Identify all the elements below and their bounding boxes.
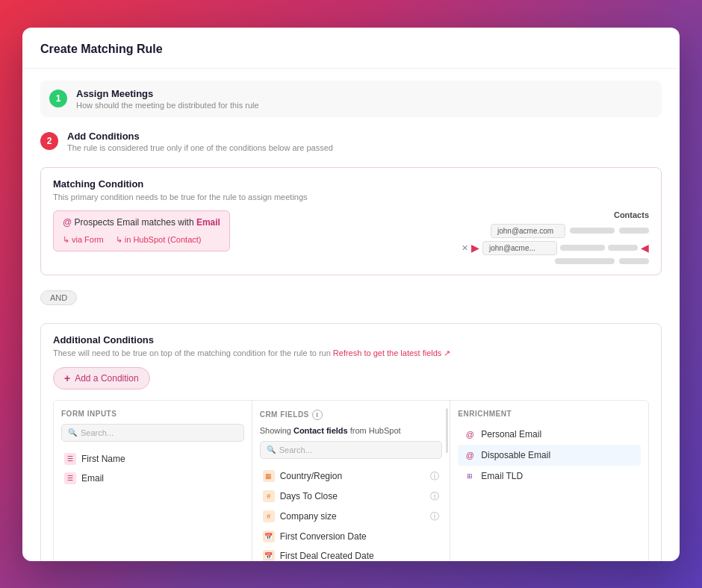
form-inputs-column: FORM INPUTS 🔍 Search... ☰ First Name ☰ E… [54, 401, 252, 561]
contact-line-6 [619, 258, 649, 264]
crm-info-icon[interactable]: i [312, 410, 323, 420]
crm-header-text: CRM FIELDS [260, 410, 309, 419]
form-inputs-header-text: FORM INPUTS [61, 410, 117, 418]
field-company-size[interactable]: # Company size ⓘ [260, 507, 443, 527]
step-2-container: 2 Add Conditions The rule is considered … [40, 123, 662, 160]
days-close-icon: # [263, 490, 275, 502]
first-name-label: First Name [81, 454, 125, 464]
days-close-label: Days To Close [280, 491, 338, 501]
collapse-contact-btn[interactable]: ◀ [641, 242, 649, 254]
showing-bold: Contact fields [293, 426, 348, 435]
step-2-content: Add Conditions The rule is considered tr… [67, 131, 333, 152]
contacts-header: Contacts [462, 210, 649, 219]
field-item-email[interactable]: ☰ Email [61, 469, 244, 488]
expand-contact-btn[interactable]: ▶ [471, 242, 479, 254]
enrichment-header-text: ENRICHMENT [458, 410, 512, 418]
company-size-info-btn[interactable]: ⓘ [430, 510, 439, 523]
condition-prospects-email: Prospects Email [75, 217, 140, 228]
condition-email: Email [196, 217, 220, 228]
add-condition-button[interactable]: Add a Condition [53, 367, 150, 390]
form-search-icon: 🔍 [68, 428, 77, 437]
contact-row-1: john@acme.com [462, 224, 649, 238]
condition-pill: @ Prospects Email matches with Email via… [53, 210, 230, 251]
disposable-email-label: Disposable Email [481, 450, 550, 460]
crm-search-box[interactable]: 🔍 Search... [260, 441, 443, 459]
contact-row-2: ✕ ▶ john@acme... ◀ [462, 241, 649, 255]
additional-conditions-box: Additional Conditions These will need to… [40, 323, 662, 561]
step-1-desc: How should the meeting be distributed fo… [76, 101, 259, 110]
matching-condition-title: Matching Condition [53, 178, 649, 190]
crm-fields-column: CRM FIELDS i Showing Contact fields from… [252, 401, 451, 561]
showing-label: Showing [260, 426, 291, 435]
contact-email-input[interactable]: john@acme.com [491, 224, 565, 238]
scrollbar[interactable] [446, 408, 448, 453]
contact-line-2 [619, 228, 649, 234]
personal-email-label: Personal Email [481, 429, 541, 440]
modal-title: Create Matching Rule [40, 43, 163, 55]
ac-desc-text: These will need to be true on top of the… [53, 348, 333, 357]
matching-condition-right: Contacts john@acme.com ✕ ▶ john@acme... … [462, 210, 649, 264]
first-deal-icon: 📅 [263, 550, 275, 561]
crm-showing-text: Showing Contact fields from HubSpot [260, 426, 443, 435]
condition-links: via Form in HubSpot (Contact) [63, 235, 220, 245]
enrichment-header: ENRICHMENT [458, 410, 641, 418]
and-badge: AND [40, 290, 77, 305]
step-1-content: Assign Meetings How should the meeting b… [76, 88, 259, 110]
first-deal-label: First Deal Created Date [280, 551, 374, 561]
and-section: AND [40, 275, 662, 320]
create-matching-rule-modal: Create Matching Rule 1 Assign Meetings H… [22, 28, 680, 561]
step-2-number: 2 [40, 132, 58, 150]
email-tld-label: Email TLD [481, 471, 523, 481]
field-first-conversion-date[interactable]: 📅 First Conversion Date [260, 527, 443, 546]
country-label: Country/Region [280, 471, 342, 481]
enrichment-disposable-email[interactable]: @ Disposable Email [458, 445, 641, 466]
condition-text: @ Prospects Email matches with Email [63, 217, 220, 228]
modal-header: Create Matching Rule [22, 28, 680, 69]
crm-search-placeholder[interactable]: Search... [279, 445, 312, 454]
field-first-deal-created[interactable]: 📅 First Deal Created Date [260, 546, 443, 561]
email-tld-icon: ⊞ [464, 470, 476, 482]
personal-email-icon: @ [464, 428, 476, 440]
contact-line-1 [570, 228, 615, 234]
country-info-btn[interactable]: ⓘ [430, 470, 439, 483]
disposable-email-icon: @ [464, 449, 476, 461]
matching-condition-left: @ Prospects Email matches with Email via… [53, 210, 230, 251]
step-2-desc: The rule is considered true only if one … [67, 143, 333, 152]
step-1-number: 1 [49, 90, 67, 107]
matching-condition-desc: This primary condition needs to be true … [53, 193, 649, 201]
contact-line-3 [560, 245, 605, 251]
contact-email-input-2[interactable]: john@acme... [482, 241, 557, 255]
columns-container: FORM INPUTS 🔍 Search... ☰ First Name ☰ E… [53, 400, 649, 561]
first-conv-icon: 📅 [263, 531, 275, 542]
first-conv-label: First Conversion Date [280, 531, 367, 542]
days-close-info-btn[interactable]: ⓘ [430, 490, 439, 503]
crm-fields-header: CRM FIELDS i [260, 410, 443, 420]
crm-search-icon: 🔍 [267, 445, 276, 454]
matching-condition-box: Matching Condition This primary conditio… [40, 167, 662, 275]
country-icon: ▦ [263, 470, 275, 482]
step-1-container: 1 Assign Meetings How should the meeting… [40, 81, 662, 117]
enrichment-email-tld[interactable]: ⊞ Email TLD [458, 466, 641, 487]
condition-at-icon: @ [63, 217, 75, 228]
additional-conditions-desc: These will need to be true on top of the… [53, 348, 649, 358]
company-size-label: Company size [280, 511, 337, 522]
via-form-link[interactable]: via Form [63, 235, 104, 245]
enrichment-personal-email[interactable]: @ Personal Email [458, 424, 641, 445]
additional-conditions-title: Additional Conditions [53, 334, 649, 345]
company-size-icon: # [263, 510, 275, 522]
field-item-first-name[interactable]: ☰ First Name [61, 449, 244, 469]
in-hubspot-link[interactable]: in HubSpot (Contact) [116, 235, 202, 245]
field-country-region[interactable]: ▦ Country/Region ⓘ [260, 466, 443, 487]
enrichment-column: ENRICHMENT @ Personal Email @ Disposable… [450, 401, 648, 561]
matching-condition-content: @ Prospects Email matches with Email via… [53, 210, 649, 264]
contact-line-4 [608, 245, 638, 251]
showing-suffix: from HubSpot [350, 426, 401, 435]
contact-line-5 [555, 258, 615, 264]
refresh-link[interactable]: Refresh to get the latest fields ↗ [333, 348, 451, 357]
modal-body: 1 Assign Meetings How should the meeting… [22, 69, 680, 561]
form-inputs-search-box[interactable]: 🔍 Search... [61, 424, 244, 442]
form-search-placeholder[interactable]: Search... [81, 428, 114, 437]
remove-contact-btn[interactable]: ✕ [462, 243, 468, 253]
step-2-label: Add Conditions [67, 131, 333, 142]
field-days-to-close[interactable]: # Days To Close ⓘ [260, 487, 443, 507]
